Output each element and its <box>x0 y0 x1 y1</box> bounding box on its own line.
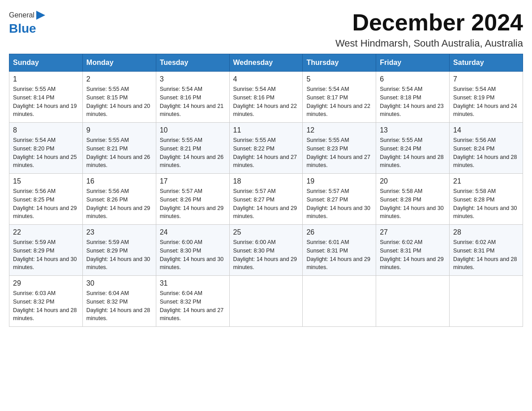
day-number: 6 <box>380 75 446 83</box>
day-info: Sunrise: 5:58 AM Sunset: 8:28 PM Dayligh… <box>453 187 519 221</box>
day-info: Sunrise: 5:58 AM Sunset: 8:28 PM Dayligh… <box>380 187 446 221</box>
day-info: Sunrise: 5:55 AM Sunset: 8:22 PM Dayligh… <box>233 136 299 170</box>
calendar-header-sunday: Sunday <box>9 54 83 72</box>
calendar-cell <box>450 276 523 327</box>
logo-arrow-icon <box>34 9 47 21</box>
calendar-cell: 22 Sunrise: 5:59 AM Sunset: 8:29 PM Dayl… <box>9 225 83 276</box>
svg-marker-0 <box>36 11 45 20</box>
calendar-cell: 4 Sunrise: 5:54 AM Sunset: 8:16 PM Dayli… <box>229 72 303 123</box>
day-number: 23 <box>86 228 152 236</box>
calendar-cell: 21 Sunrise: 5:58 AM Sunset: 8:28 PM Dayl… <box>450 174 523 225</box>
day-info: Sunrise: 5:56 AM Sunset: 8:26 PM Dayligh… <box>86 187 152 221</box>
day-number: 24 <box>160 228 226 236</box>
calendar-cell: 17 Sunrise: 5:57 AM Sunset: 8:26 PM Dayl… <box>156 174 229 225</box>
day-number: 2 <box>86 75 152 83</box>
page-header: General Blue December 2024 West Hindmars… <box>9 9 523 49</box>
calendar-cell: 31 Sunrise: 6:04 AM Sunset: 8:32 PM Dayl… <box>156 276 229 327</box>
title-block: December 2024 West Hindmarsh, South Aust… <box>335 9 523 49</box>
day-info: Sunrise: 5:54 AM Sunset: 8:18 PM Dayligh… <box>380 85 446 119</box>
calendar-cell: 2 Sunrise: 5:55 AM Sunset: 8:15 PM Dayli… <box>82 72 156 123</box>
day-info: Sunrise: 6:02 AM Sunset: 8:31 PM Dayligh… <box>453 238 519 272</box>
day-info: Sunrise: 5:55 AM Sunset: 8:24 PM Dayligh… <box>380 136 446 170</box>
calendar-header-row: SundayMondayTuesdayWednesdayThursdayFrid… <box>9 54 523 72</box>
calendar-week-row: 1 Sunrise: 5:55 AM Sunset: 8:14 PM Dayli… <box>9 72 523 123</box>
day-number: 22 <box>13 228 79 236</box>
day-number: 17 <box>160 177 226 185</box>
day-info: Sunrise: 6:02 AM Sunset: 8:31 PM Dayligh… <box>380 238 446 272</box>
calendar-cell: 23 Sunrise: 5:59 AM Sunset: 8:29 PM Dayl… <box>82 225 156 276</box>
day-info: Sunrise: 5:54 AM Sunset: 8:20 PM Dayligh… <box>13 136 79 170</box>
calendar-cell: 18 Sunrise: 5:57 AM Sunset: 8:27 PM Dayl… <box>229 174 303 225</box>
day-info: Sunrise: 5:59 AM Sunset: 8:29 PM Dayligh… <box>86 238 152 272</box>
calendar-header-friday: Friday <box>376 54 450 72</box>
day-number: 12 <box>306 126 372 134</box>
day-number: 3 <box>160 75 226 83</box>
calendar-cell: 9 Sunrise: 5:55 AM Sunset: 8:21 PM Dayli… <box>82 123 156 174</box>
calendar-cell: 11 Sunrise: 5:55 AM Sunset: 8:22 PM Dayl… <box>229 123 303 174</box>
calendar-cell: 1 Sunrise: 5:55 AM Sunset: 8:14 PM Dayli… <box>9 72 83 123</box>
day-info: Sunrise: 6:03 AM Sunset: 8:32 PM Dayligh… <box>13 289 79 323</box>
calendar-cell: 3 Sunrise: 5:54 AM Sunset: 8:16 PM Dayli… <box>156 72 229 123</box>
day-number: 25 <box>233 228 299 236</box>
calendar-cell: 24 Sunrise: 6:00 AM Sunset: 8:30 PM Dayl… <box>156 225 229 276</box>
day-number: 9 <box>86 126 152 134</box>
day-info: Sunrise: 6:00 AM Sunset: 8:30 PM Dayligh… <box>160 238 226 272</box>
day-number: 14 <box>453 126 519 134</box>
day-number: 21 <box>453 177 519 185</box>
calendar-header-saturday: Saturday <box>450 54 523 72</box>
day-info: Sunrise: 5:54 AM Sunset: 8:19 PM Dayligh… <box>453 85 519 119</box>
day-number: 7 <box>453 75 519 83</box>
day-number: 20 <box>380 177 446 185</box>
day-number: 26 <box>306 228 372 236</box>
calendar-cell: 8 Sunrise: 5:54 AM Sunset: 8:20 PM Dayli… <box>9 123 83 174</box>
day-number: 19 <box>306 177 372 185</box>
calendar-cell: 28 Sunrise: 6:02 AM Sunset: 8:31 PM Dayl… <box>450 225 523 276</box>
day-info: Sunrise: 6:01 AM Sunset: 8:31 PM Dayligh… <box>306 238 372 272</box>
calendar-header-thursday: Thursday <box>303 54 376 72</box>
calendar-cell: 12 Sunrise: 5:55 AM Sunset: 8:23 PM Dayl… <box>303 123 376 174</box>
calendar-week-row: 22 Sunrise: 5:59 AM Sunset: 8:29 PM Dayl… <box>9 225 523 276</box>
logo-blue-text: Blue <box>9 21 36 35</box>
day-info: Sunrise: 5:54 AM Sunset: 8:16 PM Dayligh… <box>160 85 226 119</box>
day-info: Sunrise: 5:56 AM Sunset: 8:25 PM Dayligh… <box>13 187 79 221</box>
calendar-cell: 7 Sunrise: 5:54 AM Sunset: 8:19 PM Dayli… <box>450 72 523 123</box>
day-info: Sunrise: 5:55 AM Sunset: 8:14 PM Dayligh… <box>13 85 79 119</box>
calendar-cell: 30 Sunrise: 6:04 AM Sunset: 8:32 PM Dayl… <box>82 276 156 327</box>
calendar-cell: 26 Sunrise: 6:01 AM Sunset: 8:31 PM Dayl… <box>303 225 376 276</box>
calendar-cell: 5 Sunrise: 5:54 AM Sunset: 8:17 PM Dayli… <box>303 72 376 123</box>
day-number: 29 <box>13 279 79 287</box>
day-info: Sunrise: 5:57 AM Sunset: 8:27 PM Dayligh… <box>306 187 372 221</box>
day-info: Sunrise: 5:54 AM Sunset: 8:17 PM Dayligh… <box>306 85 372 119</box>
calendar-cell: 6 Sunrise: 5:54 AM Sunset: 8:18 PM Dayli… <box>376 72 450 123</box>
calendar-cell: 13 Sunrise: 5:55 AM Sunset: 8:24 PM Dayl… <box>376 123 450 174</box>
day-number: 16 <box>86 177 152 185</box>
day-info: Sunrise: 6:00 AM Sunset: 8:30 PM Dayligh… <box>233 238 299 272</box>
calendar-cell: 27 Sunrise: 6:02 AM Sunset: 8:31 PM Dayl… <box>376 225 450 276</box>
day-info: Sunrise: 5:55 AM Sunset: 8:23 PM Dayligh… <box>306 136 372 170</box>
calendar-cell: 20 Sunrise: 5:58 AM Sunset: 8:28 PM Dayl… <box>376 174 450 225</box>
calendar-week-row: 29 Sunrise: 6:03 AM Sunset: 8:32 PM Dayl… <box>9 276 523 327</box>
calendar-cell: 19 Sunrise: 5:57 AM Sunset: 8:27 PM Dayl… <box>303 174 376 225</box>
day-info: Sunrise: 5:55 AM Sunset: 8:21 PM Dayligh… <box>160 136 226 170</box>
day-info: Sunrise: 6:04 AM Sunset: 8:32 PM Dayligh… <box>86 289 152 323</box>
day-number: 1 <box>13 75 79 83</box>
day-info: Sunrise: 5:57 AM Sunset: 8:27 PM Dayligh… <box>233 187 299 221</box>
calendar-header-monday: Monday <box>82 54 156 72</box>
day-info: Sunrise: 5:59 AM Sunset: 8:29 PM Dayligh… <box>13 238 79 272</box>
day-number: 30 <box>86 279 152 287</box>
calendar-header-tuesday: Tuesday <box>156 54 229 72</box>
logo-general-text: General <box>9 11 34 19</box>
calendar-cell: 14 Sunrise: 5:56 AM Sunset: 8:24 PM Dayl… <box>450 123 523 174</box>
calendar-table: SundayMondayTuesdayWednesdayThursdayFrid… <box>9 54 523 327</box>
calendar-cell <box>376 276 450 327</box>
calendar-cell: 25 Sunrise: 6:00 AM Sunset: 8:30 PM Dayl… <box>229 225 303 276</box>
calendar-week-row: 8 Sunrise: 5:54 AM Sunset: 8:20 PM Dayli… <box>9 123 523 174</box>
day-number: 15 <box>13 177 79 185</box>
calendar-cell: 16 Sunrise: 5:56 AM Sunset: 8:26 PM Dayl… <box>82 174 156 225</box>
calendar-cell: 15 Sunrise: 5:56 AM Sunset: 8:25 PM Dayl… <box>9 174 83 225</box>
calendar-header-wednesday: Wednesday <box>229 54 303 72</box>
day-number: 5 <box>306 75 372 83</box>
day-number: 18 <box>233 177 299 185</box>
day-info: Sunrise: 5:54 AM Sunset: 8:16 PM Dayligh… <box>233 85 299 119</box>
month-title: December 2024 <box>335 9 523 36</box>
